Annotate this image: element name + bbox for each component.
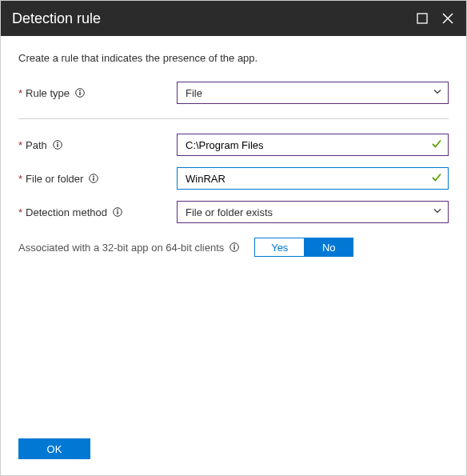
bit-association-row: Associated with a 32-bit app on 64-bit c… [18, 238, 449, 257]
detection-method-select[interactable]: File or folder exists [177, 201, 449, 223]
info-icon[interactable] [88, 173, 99, 184]
file-or-folder-input[interactable] [177, 167, 449, 190]
ok-button[interactable]: OK [18, 438, 90, 459]
panel-header: Detection rule [1, 1, 466, 36]
required-indicator: * [18, 206, 22, 218]
required-indicator: * [18, 173, 22, 185]
panel-title: Detection rule [12, 10, 415, 27]
svg-point-13 [117, 210, 118, 211]
description-text: Create a rule that indicates the presenc… [18, 52, 449, 64]
svg-point-16 [234, 245, 235, 246]
rule-type-select[interactable]: File [177, 82, 449, 104]
svg-rect-11 [94, 178, 94, 181]
svg-rect-5 [79, 92, 80, 95]
file-or-folder-label: * File or folder [18, 173, 177, 185]
path-input[interactable] [177, 134, 449, 156]
rule-type-value: File [186, 87, 202, 99]
svg-rect-0 [417, 14, 427, 23]
svg-point-7 [57, 142, 58, 144]
detection-method-value: File or folder exists [186, 206, 273, 218]
svg-point-10 [93, 176, 94, 178]
svg-rect-8 [57, 144, 58, 147]
bit-association-label: Associated with a 32-bit app on 64-bit c… [18, 242, 224, 254]
required-indicator: * [18, 139, 22, 151]
toggle-yes-button[interactable]: Yes [254, 238, 304, 257]
header-actions [415, 11, 455, 26]
maximize-icon[interactable] [415, 11, 429, 26]
info-icon[interactable] [229, 242, 240, 253]
info-icon[interactable] [74, 87, 86, 98]
svg-rect-14 [117, 211, 118, 214]
rule-type-label: * Rule type [18, 87, 177, 99]
bit-association-toggle: Yes No [254, 238, 353, 257]
toggle-no-button[interactable]: No [304, 238, 353, 257]
required-indicator: * [18, 87, 22, 99]
svg-rect-17 [234, 246, 235, 250]
panel-footer: OK [1, 426, 466, 475]
close-icon[interactable] [441, 11, 455, 26]
svg-point-4 [79, 90, 81, 92]
info-icon[interactable] [52, 139, 63, 150]
info-icon[interactable] [112, 206, 123, 218]
detection-rule-panel: Detection rule Create a rule that indica… [0, 0, 467, 476]
rule-type-section: * Rule type File [18, 82, 449, 119]
path-label: * Path [18, 139, 177, 151]
panel-content: Create a rule that indicates the presenc… [1, 36, 466, 426]
detection-method-label: * Detection method [18, 206, 177, 218]
